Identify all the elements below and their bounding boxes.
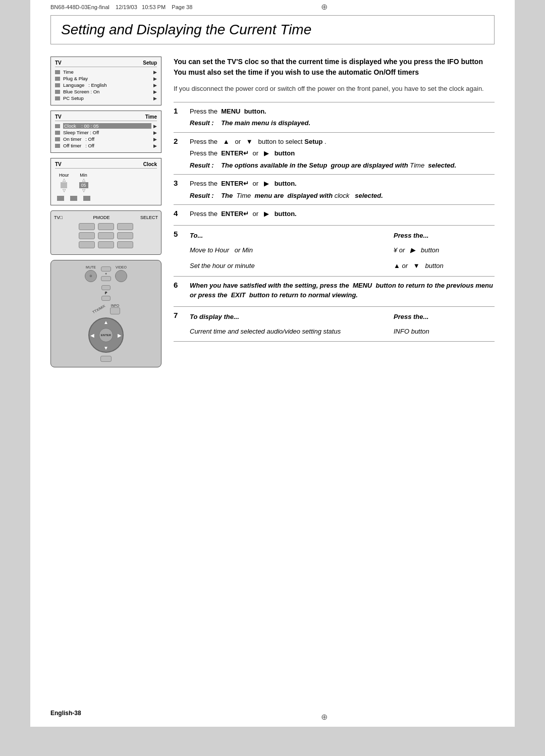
step-2: 2 Press the ▲ or ▼ button to select Setu… (174, 132, 495, 175)
footer-label: English-38 (50, 710, 81, 717)
page: BN68-448D-03Eng-final 12/19/03 10:53 PM … (30, 0, 515, 727)
plus-icon: + (105, 272, 107, 276)
step-end-border (174, 341, 495, 342)
content-area: TV Setup Time ▶ Plug & Play ▶ Language :… (50, 57, 495, 367)
step-7-num: 7 (174, 311, 184, 338)
remote-btn-6[interactable] (117, 232, 133, 239)
step-4: 4 Press the ENTER↵ or ▶ button. (174, 204, 495, 225)
step-3: 3 Press the ENTER↵ or ▶ button. Result :… (174, 174, 495, 204)
step-2-content: Press the ▲ or ▼ button to select Setup … (190, 137, 495, 171)
step-2-num: 2 (174, 137, 184, 171)
min-up-arrow: △ (82, 178, 85, 182)
enter-label: ENTER (101, 334, 111, 337)
clock-input-area: Hour △ ▽ Min △ 05 ▽ (55, 171, 157, 195)
remote-btn-1[interactable] (79, 223, 95, 230)
vol-down-btn[interactable] (101, 276, 111, 281)
info-label: INFO (111, 304, 119, 307)
tv-icon-row2 (70, 196, 77, 201)
vol-up-btn[interactable] (101, 266, 111, 272)
mute-btn[interactable]: ⊗ (85, 270, 97, 282)
step-3-action: Press the ENTER↵ or ▶ button. (190, 179, 495, 189)
tv-row-plug: Plug & Play ▶ (55, 76, 157, 81)
step-6-num: 6 (174, 281, 184, 302)
tv-label-2: TV (55, 114, 62, 120)
step-5-press-header: Press the... (394, 230, 495, 241)
hour-control: Hour △ ▽ (59, 173, 69, 193)
tv-screen-time: TV Time Clock : 00 : 05 ▶ Sleep Timer : … (50, 111, 161, 153)
step-1-action: Press the MENU button. (190, 106, 495, 117)
ttx-label: TTX/MIX (92, 304, 105, 314)
ch-down-btn[interactable] (101, 296, 111, 301)
tv-right-label-2: Time (145, 114, 157, 120)
remote-btn-4[interactable] (79, 232, 95, 239)
step-7: 7 To display the... Current time and sel… (174, 306, 495, 342)
remote-down-btn[interactable] (100, 356, 112, 362)
dpad-left[interactable]: ◀ (90, 333, 94, 338)
remote-btn-row1 (54, 223, 158, 230)
remote-btn-9[interactable] (117, 241, 133, 248)
tv-right-label-1: Setup (143, 60, 157, 66)
intro-bold-text: You can set the TV'S cloc so that the cu… (174, 57, 495, 78)
ch-up-btn[interactable] (101, 285, 111, 290)
hour-up-arrow: △ (63, 178, 66, 182)
step-3-content: Press the ENTER↵ or ▶ button. Result : T… (190, 179, 495, 200)
meta-page-ref: Page 38 (172, 4, 192, 10)
video-btn[interactable] (115, 270, 127, 282)
tv-icon-plug (55, 77, 60, 81)
dpad-right[interactable]: ▶ (118, 333, 122, 338)
remote-ttx-row: TTX/MIX INFO (55, 304, 157, 314)
reg-mark-tl: ⊕ (321, 2, 328, 12)
tv-row-pc: PC Setup ▶ (55, 95, 157, 101)
info-btn[interactable] (110, 307, 120, 314)
step-5-num: 5 (174, 230, 184, 272)
remote-btn-2[interactable] (98, 223, 114, 230)
remote-top-labels: TV□ PMODE SELECT (54, 215, 158, 220)
dpad-down[interactable]: ▼ (103, 345, 108, 351)
step-5-to-header: To... (190, 230, 394, 241)
step-1: 1 Press the MENU button. Result : The ma… (174, 102, 495, 132)
step-7-press-header: Press the... (394, 311, 495, 322)
step-5-col-left: To... Move to Hour or Min Set the hour o… (190, 230, 394, 272)
tv-icon-ontimer (55, 137, 60, 141)
remote-full: MUTE ⊗ + VIDEO (50, 260, 161, 367)
tv-row-ontimer: On timer : Off ▶ (55, 136, 157, 142)
remote-btn-7[interactable] (79, 241, 95, 248)
remote-btn-3[interactable] (117, 223, 133, 230)
tv-screen-setup: TV Setup Time ▶ Plug & Play ▶ Language :… (50, 57, 161, 105)
step-5: 5 To... Move to Hour or Min Set the hour… (174, 225, 495, 276)
tv-row-sleep: Sleep Timer : Off ▶ (55, 130, 157, 135)
step-7-row1-to: Current time and selected audio/video se… (190, 326, 394, 337)
info-area: INFO (110, 304, 120, 314)
step-6-action: When you have satisfied with the setting… (190, 281, 495, 300)
tv-screen2-header: TV Time (55, 114, 157, 121)
right-column: You can set the TV'S cloc so that the cu… (174, 57, 495, 367)
tv-icon-row3 (83, 196, 90, 201)
remote-mute-row: MUTE ⊗ + VIDEO (55, 265, 157, 282)
p-label: P (105, 291, 107, 295)
step-2-action2: Press the ENTER↵ or ▶ button (190, 148, 495, 158)
page-title: Setting and Displaying the Current Time (61, 22, 484, 38)
tv-label-3: TV (55, 161, 62, 167)
footer: English-38 (50, 710, 81, 717)
dpad-area: ENTER ▲ ▼ ◀ ▶ (88, 317, 124, 353)
step-4-num: 4 (174, 209, 184, 221)
step-3-num: 3 (174, 179, 184, 200)
tv-row-lang: Language : English ▶ (55, 82, 157, 88)
remote-select-label: SELECT (140, 215, 158, 220)
remote-btn-row3 (54, 241, 158, 248)
step-4-action: Press the ENTER↵ or ▶ button. (190, 209, 495, 219)
step-1-content: Press the MENU button. Result : The main… (190, 106, 495, 128)
step-1-result: Result : The main menu is displayed. (190, 118, 495, 128)
enter-btn[interactable]: ENTER (99, 328, 113, 342)
step-7-to-header: To display the... (190, 311, 394, 322)
title-box: Setting and Displaying the Current Time (50, 15, 495, 44)
min-control: Min △ 05 ▽ (79, 173, 88, 193)
remote-btn-5[interactable] (98, 232, 114, 239)
meta-time: 10:53 PM (142, 4, 166, 10)
ch-area: P (101, 285, 111, 301)
intro-note-text: If you disconnect the power cord or swit… (174, 84, 495, 94)
remote-btn-8[interactable] (98, 241, 114, 248)
step-7-col-right: Press the... INFO button (394, 311, 495, 338)
dpad-up[interactable]: ▲ (103, 319, 108, 325)
tv-screen-clock: TV Clock Hour △ ▽ Min △ 05 ▽ (50, 158, 161, 205)
